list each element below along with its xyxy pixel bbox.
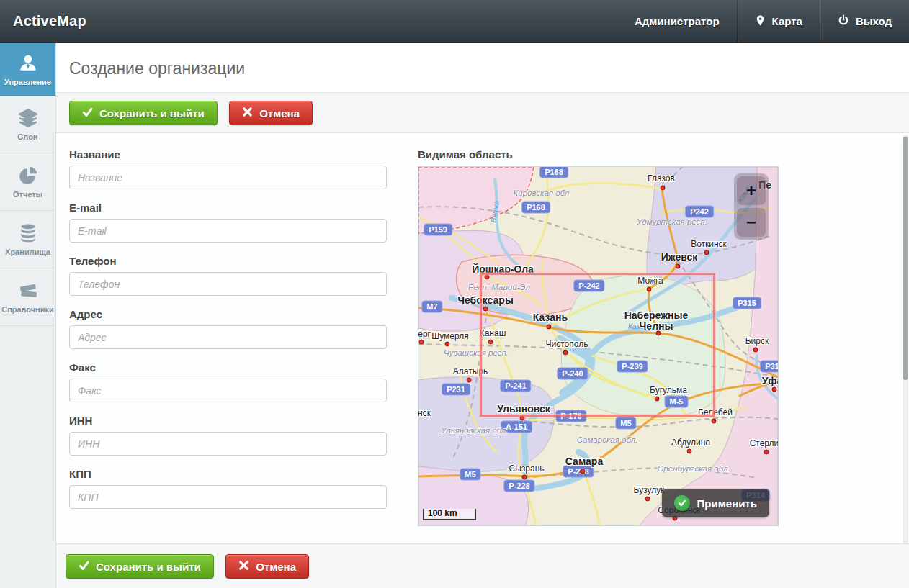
map-canvas[interactable]: P168P168P242P159Р-242М7Р315Р-239Р315Р-24… (418, 166, 779, 526)
city-label: Шумерля (431, 331, 469, 341)
map-zoom-control: + − (734, 173, 769, 240)
road-badge: P168 (539, 166, 568, 178)
form-field-name: Название (69, 148, 388, 189)
region-label: Ульяновская обл. (441, 426, 508, 435)
city-dot (772, 387, 777, 392)
scrollbar-thumb[interactable] (903, 137, 908, 380)
region-label: Удмуртская респ. (637, 217, 707, 226)
city-dot (704, 250, 709, 255)
user-icon (17, 53, 39, 74)
user-menu-label: Администратор (635, 15, 720, 27)
road-badge: М7 (421, 301, 442, 313)
form-field-phone: Телефон (69, 255, 388, 296)
city-dot (753, 348, 758, 353)
city-label: Ижевск (661, 251, 698, 263)
region-label: Оренбургская обл. (657, 464, 730, 473)
content-area: НазваниеE-mailТелефонАдресФаксИННКПП Вид… (56, 133, 909, 543)
check-icon (79, 560, 89, 573)
form-field-address: Адрес (69, 308, 388, 349)
city-label: Самара (565, 456, 603, 467)
email-input[interactable] (69, 219, 387, 243)
city-dot (581, 469, 586, 474)
map-link[interactable]: Карта (738, 0, 820, 43)
city-dot (522, 475, 527, 480)
pie-chart-icon (17, 165, 39, 186)
vertical-scrollbar[interactable] (903, 135, 908, 543)
field-label-inn: ИНН (69, 415, 388, 427)
zoom-out-button[interactable]: − (737, 208, 766, 237)
check-icon (82, 107, 93, 119)
name-input[interactable] (69, 166, 387, 189)
sidebar-item-label: Отчеты (13, 190, 42, 199)
city-dot (467, 378, 472, 383)
field-label-email: E-mail (69, 202, 388, 214)
form-field-fax: Факс (69, 361, 388, 402)
phone-input[interactable] (69, 272, 387, 296)
city-dot (645, 497, 650, 502)
main-panel: Создание организации Сохранить и выйти О… (56, 43, 909, 588)
sidebar-item-directories[interactable]: Справочники (0, 268, 55, 326)
sidebar-item-reports[interactable]: Отчеты (0, 153, 55, 211)
region-label: Кировская обл. (514, 189, 572, 197)
map-selection-rectangle[interactable] (480, 273, 715, 417)
city-dot (687, 449, 692, 454)
cancel-button-bottom[interactable]: Отмена (225, 554, 309, 579)
city-label: Бирск (745, 336, 769, 346)
road-badge: М5 (460, 469, 480, 481)
apply-button-label: Применить (697, 497, 757, 510)
map-pin-icon (755, 14, 766, 29)
address-input[interactable] (69, 325, 387, 349)
inn-input[interactable] (69, 432, 387, 456)
logout-label: Выход (856, 15, 892, 27)
road-badge: Р315 (760, 361, 779, 373)
river-label: Вятка (489, 200, 501, 223)
top-header: ActiveMap Администратор Карта Выход (0, 0, 909, 43)
city-label: Глазов (648, 173, 675, 184)
x-icon (242, 107, 253, 119)
apply-button[interactable]: Применить (662, 489, 769, 517)
form-field-email: E-mail (69, 202, 388, 243)
city-dot (419, 340, 424, 345)
cancel-button-top[interactable]: Отмена (229, 101, 313, 125)
city-label: Абдулино (671, 438, 710, 448)
app-logo: ActiveMap (0, 13, 86, 30)
organization-form: НазваниеE-mailТелефонАдресФаксИННКПП (69, 148, 388, 543)
user-menu[interactable]: Администратор (617, 0, 737, 43)
fax-input[interactable] (69, 379, 387, 402)
check-circle-icon (674, 495, 690, 511)
road-badge: Р315 (733, 297, 761, 309)
sidebar-item-management[interactable]: Управление (0, 43, 55, 96)
city-dot (445, 342, 450, 347)
zoom-in-button[interactable]: + (737, 176, 766, 205)
field-label-address: Адрес (69, 308, 388, 320)
sidebar-item-label: Справочники (1, 305, 54, 314)
logout-link[interactable]: Выход (820, 0, 909, 43)
map-link-label: Карта (772, 15, 802, 27)
sidebar-item-label: Слои (17, 132, 37, 141)
sidebar-item-storages[interactable]: Хранилища (0, 211, 55, 268)
save-button-bottom[interactable]: Сохранить и выйти (66, 554, 214, 579)
sidebar-item-layers[interactable]: Слои (0, 96, 55, 153)
visible-area-label: Видимая область (418, 148, 779, 160)
visible-area-section: Видимая область (418, 148, 779, 543)
toolbar-bottom: Сохранить и выйти Отмена (56, 543, 909, 588)
city-dot (764, 450, 769, 455)
sidebar-item-label: Управление (4, 78, 51, 86)
field-label-fax: Факс (69, 361, 388, 374)
city-label: Стерлита (750, 438, 779, 448)
road-badge: Р-228 (503, 480, 534, 492)
road-badge: Р231 (442, 384, 470, 396)
x-icon (238, 560, 249, 573)
save-button-top[interactable]: Сохранить и выйти (69, 101, 218, 125)
kpp-input[interactable] (69, 485, 387, 509)
city-label: Бузулук (634, 485, 665, 495)
form-field-kpp: КПП (69, 468, 388, 509)
form-field-inn: ИНН (69, 415, 388, 456)
road-badge: Р-228 (563, 466, 594, 478)
scale-label: 100 km (428, 508, 457, 518)
database-icon (17, 222, 39, 244)
field-label-phone: Телефон (69, 255, 388, 267)
city-label: Сызрань (509, 463, 544, 474)
layers-icon (17, 107, 39, 129)
page-title: Создание организации (56, 43, 909, 78)
